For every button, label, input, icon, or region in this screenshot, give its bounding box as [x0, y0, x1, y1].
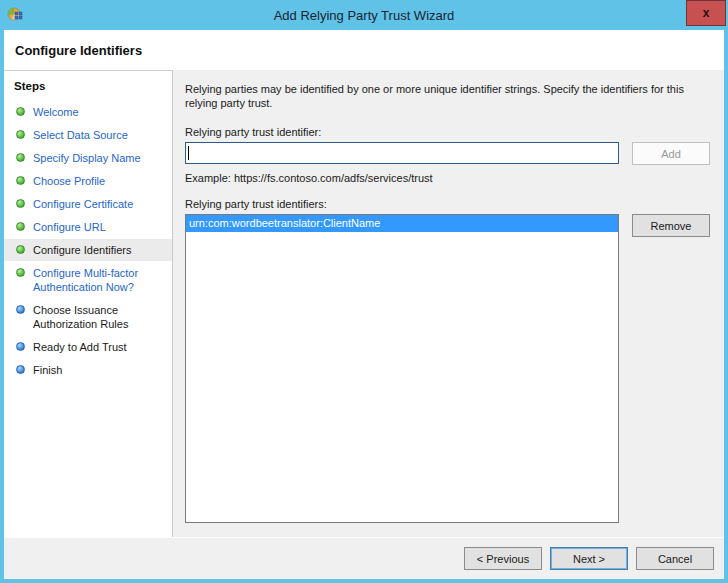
titlebar: Add Relying Party Trust Wizard x [0, 0, 728, 30]
step-configure-certificate[interactable]: Configure Certificate [4, 193, 172, 215]
identifiers-listbox[interactable]: urn:com:wordbeetranslator:ClientName [185, 214, 619, 523]
step-visited-bullet-icon [16, 199, 25, 208]
page-header: Configure Identifiers [4, 30, 724, 70]
step-label: Choose Issuance Authorization Rules [33, 303, 166, 331]
step-choose-profile[interactable]: Choose Profile [4, 170, 172, 192]
step-label: Configure Multi-factor Authentication No… [33, 266, 166, 294]
step-upcoming-bullet-icon [16, 305, 25, 314]
content-pane: Relying parties may be identified by one… [173, 70, 724, 537]
remove-button[interactable]: Remove [632, 214, 710, 237]
step-finish: Finish [4, 359, 172, 381]
step-visited-bullet-icon [16, 153, 25, 162]
step-label: Choose Profile [33, 174, 105, 188]
identifier-input-border [185, 142, 619, 164]
step-visited-bullet-icon [16, 130, 25, 139]
step-label: Specify Display Name [33, 151, 141, 165]
step-label: Configure Certificate [33, 197, 133, 211]
step-visited-bullet-icon [16, 176, 25, 185]
step-configure-mfa[interactable]: Configure Multi-factor Authentication No… [4, 262, 172, 298]
step-visited-bullet-icon [16, 107, 25, 116]
cancel-button[interactable]: Cancel [636, 547, 714, 570]
wizard-window: Add Relying Party Trust Wizard x Configu… [0, 0, 728, 583]
window-title: Add Relying Party Trust Wizard [0, 8, 728, 23]
close-button[interactable]: x [686, 0, 726, 26]
identifier-list-item[interactable]: urn:com:wordbeetranslator:ClientName [186, 215, 618, 232]
step-label: Finish [33, 363, 62, 377]
step-label: Configure URL [33, 220, 106, 234]
step-label: Select Data Source [33, 128, 128, 142]
step-upcoming-bullet-icon [16, 365, 25, 374]
intro-text: Relying parties may be identified by one… [185, 82, 705, 110]
page-title: Configure Identifiers [15, 43, 142, 58]
step-current-bullet-icon [16, 245, 25, 254]
steps-title: Steps [4, 77, 172, 101]
identifier-label: Relying party trust identifier: [185, 126, 714, 138]
step-specify-display-name[interactable]: Specify Display Name [4, 147, 172, 169]
add-button[interactable]: Add [632, 142, 710, 165]
step-label: Configure Identifiers [33, 243, 131, 257]
step-ready-to-add-trust: Ready to Add Trust [4, 336, 172, 358]
footer-bar: < Previous Next > Cancel [4, 537, 724, 579]
step-configure-url[interactable]: Configure URL [4, 216, 172, 238]
close-icon: x [703, 6, 710, 20]
example-text: Example: https://fs.contoso.com/adfs/ser… [185, 172, 714, 184]
previous-button[interactable]: < Previous [464, 547, 542, 570]
wizard-body: Configure Identifiers Steps Welcome Sele… [4, 30, 724, 579]
step-choose-issuance-rules: Choose Issuance Authorization Rules [4, 299, 172, 335]
step-upcoming-bullet-icon [16, 342, 25, 351]
step-visited-bullet-icon [16, 268, 25, 277]
steps-sidebar: Steps Welcome Select Data Source Specify… [4, 70, 173, 537]
step-visited-bullet-icon [16, 222, 25, 231]
step-label: Ready to Add Trust [33, 340, 127, 354]
step-label: Welcome [33, 105, 79, 119]
step-welcome[interactable]: Welcome [4, 101, 172, 123]
adfs-wizard-icon [7, 6, 24, 23]
identifiers-list-label: Relying party trust identifiers: [185, 198, 714, 210]
step-configure-identifiers[interactable]: Configure Identifiers [4, 239, 172, 261]
identifier-input[interactable] [189, 144, 618, 162]
step-select-data-source[interactable]: Select Data Source [4, 124, 172, 146]
next-button[interactable]: Next > [550, 547, 628, 570]
